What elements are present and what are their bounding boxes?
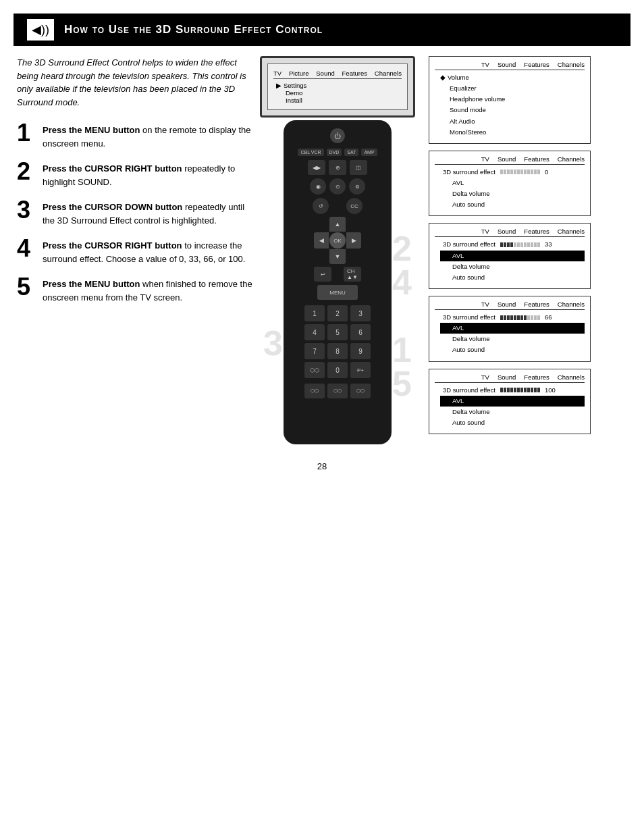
- cbl-vcr-button[interactable]: CBL VCR: [298, 149, 323, 156]
- step-3-text: Press the CURSOR DOWN button repeatedly …: [43, 198, 253, 227]
- step-1-text: Press the MENU button on the remote to d…: [43, 121, 253, 150]
- step-2-overlay: 2: [392, 228, 412, 269]
- sp66-avl: AVL: [440, 323, 585, 334]
- sp66-delta: Delta volume: [440, 334, 585, 344]
- page-header: ◀)) How to Use the 3D Surround Effect Co…: [14, 14, 630, 46]
- page-number: 28: [0, 454, 644, 485]
- step-5: 5 Press the MENU button when finished to…: [17, 275, 253, 304]
- num-9[interactable]: 9: [350, 343, 371, 359]
- menu-btn-row: MENU: [290, 285, 385, 300]
- sp0-value: 0: [545, 167, 548, 178]
- step-4-number: 4: [17, 236, 36, 261]
- step-4: 4 Press the CURSOR RIGHT button to incre…: [17, 236, 253, 265]
- sp66-bar: [500, 315, 540, 320]
- amp-button[interactable]: AMP: [361, 149, 377, 156]
- sp0-header: TV Sound Features Channels: [435, 155, 585, 165]
- sp0-auto: Auto sound: [440, 199, 585, 210]
- sp100-value: 100: [545, 385, 556, 396]
- num-2[interactable]: 2: [327, 305, 348, 321]
- sp33-tv: TV: [481, 228, 489, 235]
- step-3-number: 3: [17, 198, 36, 222]
- steps-list: 1 Press the MENU button on the remote to…: [17, 121, 253, 304]
- sp-sound-label: Sound: [498, 61, 516, 68]
- intro-text: The 3D Surround Effect Control helps to …: [17, 56, 253, 109]
- step-2-bold: Press the CURSOR RIGHT button: [43, 163, 182, 174]
- func-btn-6[interactable]: ⊚: [349, 178, 365, 194]
- surround-panel-66: TV Sound Features Channels 3D surround e…: [429, 296, 591, 362]
- back-button[interactable]: ↩: [314, 267, 331, 282]
- sp33-delta: Delta volume: [440, 261, 585, 272]
- num-0[interactable]: 0: [327, 362, 348, 378]
- num-asterisk[interactable]: ⬡⬡: [304, 362, 325, 378]
- sp100-avl: AVL: [440, 396, 585, 407]
- dvd-button[interactable]: DVD: [327, 149, 342, 156]
- sp33-value: 33: [545, 239, 552, 250]
- sp0-delta: Delta volume: [440, 188, 585, 199]
- surround-panel-33: TV Sound Features Channels 3D surround e…: [429, 223, 591, 289]
- surround-panel-0: TV Sound Features Channels 3D surround e…: [429, 151, 591, 217]
- sp100-surround: 3D surround effect 100: [440, 385, 585, 396]
- func-btn-3[interactable]: ◫: [350, 160, 367, 175]
- func-btn-4[interactable]: ◉: [310, 178, 326, 194]
- step-2-number: 2: [17, 159, 36, 184]
- bottom-btn-1[interactable]: ⬡⬡: [304, 384, 325, 398]
- step-3-overlay: 3: [263, 323, 283, 363]
- main-tv-demo: Demo: [276, 89, 402, 97]
- numpad: 1 2 3 4 5 6 7 8 9 ⬡⬡ 0 P+: [290, 305, 385, 378]
- main-tv-label: TV: [273, 70, 281, 77]
- bottom-buttons-row: ⬡⬡ ⬡⬡ ⬡⬡: [290, 384, 385, 398]
- sp100-bar: [500, 388, 540, 392]
- sp33-header: TV Sound Features Channels: [435, 228, 585, 237]
- step-4-bold: Press the CURSOR RIGHT button: [43, 240, 182, 251]
- sp33-auto: Auto sound: [440, 272, 585, 283]
- sp33-items: 3D surround effect 33 AVL Delta volume A…: [435, 239, 585, 283]
- func-btn-1[interactable]: ◀▶: [308, 160, 325, 175]
- cursor-up-button[interactable]: ▲: [329, 217, 346, 232]
- source-buttons-row: CBL VCR DVD SAT AMP: [290, 149, 385, 156]
- vol-btn[interactable]: ↺: [313, 198, 329, 214]
- num-6[interactable]: 6: [350, 324, 371, 340]
- sp66-items: 3D surround effect 66 AVL Delta volume A…: [435, 312, 585, 356]
- cursor-left-button[interactable]: ◀: [314, 232, 329, 249]
- sp100-header: TV Sound Features Channels: [435, 373, 585, 383]
- step-4-overlay: 4: [392, 262, 412, 303]
- num-4[interactable]: 4: [304, 324, 325, 340]
- main-tv-inner: TV Picture Sound Features Channels ▶Sett…: [267, 63, 408, 110]
- center-visual: TV Picture Sound Features Channels ▶Sett…: [260, 56, 415, 444]
- func-btn-2[interactable]: ⊕: [329, 160, 346, 175]
- step-5-overlay: 5: [392, 363, 412, 404]
- sp0-surround: 3D surround effect 0: [440, 167, 585, 178]
- right-section: TV Picture Sound Features Channels ▶Sett…: [260, 56, 627, 444]
- main-tv-sound: Sound: [316, 70, 334, 77]
- menu-button[interactable]: MENU: [317, 285, 358, 300]
- num-5[interactable]: 5: [327, 324, 348, 340]
- num-7[interactable]: 7: [304, 343, 325, 359]
- main-tv-outer: TV Picture Sound Features Channels ▶Sett…: [260, 56, 415, 118]
- sp-equalizer: Equalizer: [440, 83, 585, 94]
- sat-button[interactable]: SAT: [344, 149, 358, 156]
- cursor-right-button[interactable]: ▶: [346, 232, 361, 249]
- cc-btn[interactable]: CC: [346, 198, 363, 214]
- func-btn-5[interactable]: ⊙: [329, 178, 346, 194]
- num-p[interactable]: P+: [350, 362, 371, 378]
- surround-panel-100: TV Sound Features Channels 3D surround e…: [429, 369, 591, 435]
- sp0-bar: [500, 170, 540, 174]
- step-3-bold: Press the CURSOR DOWN button: [43, 202, 182, 212]
- sp33-sound: Sound: [498, 228, 516, 235]
- num-8[interactable]: 8: [327, 343, 348, 359]
- left-column: The 3D Surround Effect Control helps to …: [17, 56, 260, 444]
- sp0-items: 3D surround effect 0 AVL Delta volume Au…: [435, 167, 585, 211]
- sp100-sound: Sound: [498, 373, 516, 381]
- cursor-down-button[interactable]: ▼: [329, 249, 346, 264]
- bottom-btn-3[interactable]: ⬡⬡: [350, 384, 371, 398]
- num-3[interactable]: 3: [350, 305, 371, 321]
- num-1[interactable]: 1: [304, 305, 325, 321]
- power-button[interactable]: ⏻: [330, 128, 345, 143]
- sp66-header: TV Sound Features Channels: [435, 301, 585, 310]
- step-5-number: 5: [17, 275, 36, 299]
- sp100-delta: Delta volume: [440, 407, 585, 417]
- bottom-btn-2[interactable]: ⬡⬡: [327, 384, 348, 398]
- sp-tv-label: TV: [481, 61, 489, 68]
- ok-button[interactable]: OK: [329, 232, 346, 249]
- ch-button[interactable]: CH▲▼: [344, 267, 361, 282]
